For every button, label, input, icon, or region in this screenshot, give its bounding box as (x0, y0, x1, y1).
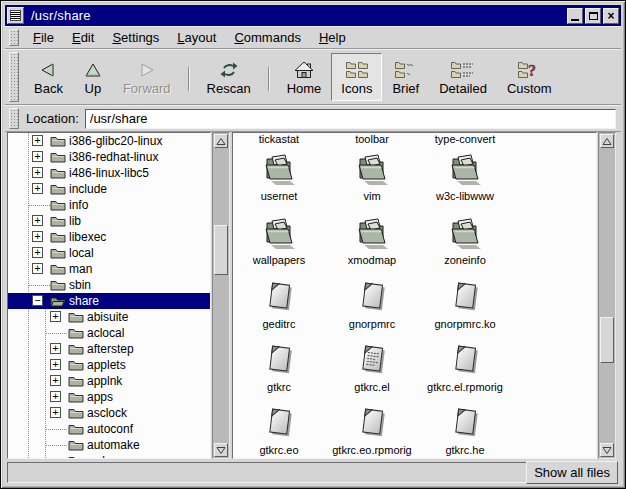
minimize-button[interactable] (567, 8, 583, 24)
file-item-label: type-convert (420, 133, 510, 145)
file-item-gtkrc-eo-rpmorig[interactable]: gtkrc.eo.rpmorig (327, 403, 417, 456)
file-item-gtkrc[interactable]: gtkrc (234, 340, 324, 393)
tree-scrollbar-thumb[interactable] (214, 225, 228, 275)
tree-item-awk[interactable]: awk (8, 453, 210, 459)
tree-expander-plus-icon[interactable]: + (50, 311, 61, 322)
tree-item-autoconf[interactable]: autoconf (8, 421, 210, 437)
tree-item-label: local (69, 246, 94, 260)
view-brief-button[interactable]: Brief (382, 53, 429, 101)
tree-expander-plus-icon[interactable]: + (50, 391, 61, 402)
show-all-files-button[interactable]: Show all files (526, 461, 618, 484)
rescan-button[interactable]: Rescan (197, 53, 261, 101)
tree-item-libexec[interactable]: +libexec (8, 229, 210, 245)
view-detailed-button[interactable]: Detailed (429, 53, 497, 101)
tree-item-label: i486-linux-libc5 (69, 166, 149, 180)
tree-expander-plus-icon[interactable]: + (32, 215, 43, 226)
file-item-toolbar[interactable]: toolbar (327, 133, 417, 145)
tree-item-applnk[interactable]: +applnk (8, 373, 210, 389)
tree-expander-plus-icon[interactable]: + (32, 183, 43, 194)
tree-item-applets[interactable]: +applets (8, 357, 210, 373)
menubar-drag-handle[interactable] (9, 29, 19, 46)
file-item-vim[interactable]: vim (327, 149, 417, 202)
tree-item-asclock[interactable]: +asclock (8, 405, 210, 421)
icon-panel-scrollbar[interactable] (598, 132, 616, 459)
toolbar-drag-handle[interactable] (9, 52, 19, 102)
file-item-gtkrc-eo[interactable]: gtkrc.eo (234, 403, 324, 456)
tree-item-i386-redhat-linux[interactable]: +i386-redhat-linux (8, 149, 210, 165)
tree-item-aclocal[interactable]: aclocal (8, 325, 210, 341)
tree-item-info[interactable]: info (8, 197, 210, 213)
close-button[interactable]: × (603, 8, 619, 24)
tree-item-share[interactable]: −share (8, 293, 210, 309)
menu-file[interactable]: File (24, 27, 63, 48)
tree-item-local[interactable]: +local (8, 245, 210, 261)
back-button[interactable]: Back (24, 53, 73, 101)
folder-closed-icon (68, 406, 84, 419)
file-item-geditrc[interactable]: geditrc (234, 277, 324, 330)
folder-closed-icon (68, 342, 84, 355)
tree-item-sbin[interactable]: sbin (8, 277, 210, 293)
forward-button[interactable]: Forward (113, 53, 181, 101)
tree-expander-plus-icon[interactable]: + (32, 231, 43, 242)
home-button[interactable]: Home (277, 53, 332, 101)
tree-item-automake[interactable]: automake (8, 437, 210, 453)
tree-expander-plus-icon[interactable]: + (32, 263, 43, 274)
tree-item-man[interactable]: +man (8, 261, 210, 277)
tree-item-i486-linux-libc5[interactable]: +i486-linux-libc5 (8, 165, 210, 181)
menu-commands[interactable]: Commands (225, 27, 309, 48)
up-button[interactable]: Up (73, 53, 113, 101)
tree-expander-plus-icon[interactable]: + (32, 247, 43, 258)
tree-item-include[interactable]: +include (8, 181, 210, 197)
file-item-gnorpmrc[interactable]: gnorpmrc (327, 277, 417, 330)
file-item-gnorpmrc-ko[interactable]: gnorpmrc.ko (420, 277, 510, 330)
file-item-type-convert[interactable]: type-convert (420, 133, 510, 145)
tree-expander-minus-icon[interactable]: − (32, 295, 43, 306)
window-menu-button[interactable] (7, 7, 24, 24)
scroll-up-button[interactable] (600, 134, 614, 148)
tree-expander-plus-icon[interactable]: + (50, 343, 61, 354)
scroll-up-button[interactable] (214, 134, 228, 148)
file-item-xmodmap[interactable]: xmodmap (327, 213, 417, 266)
toolbar-separator (188, 67, 190, 91)
tree-expander-plus-icon[interactable]: + (32, 135, 43, 146)
file-item-wallpapers[interactable]: wallpapers (234, 213, 324, 266)
icon-scrollbar-thumb[interactable] (600, 317, 614, 363)
view-icons-button[interactable]: Icons (331, 53, 382, 101)
file-item-label: gtkrc.eo.rpmorig (327, 444, 417, 456)
file-item-tickastat[interactable]: tickastat (234, 133, 324, 145)
maximize-button[interactable] (585, 8, 601, 24)
tree-expander-plus-icon[interactable]: + (50, 375, 61, 386)
file-item-gtkrc-el[interactable]: gtkrc.el (327, 340, 417, 393)
tree-item-apps[interactable]: +apps (8, 389, 210, 405)
tree-scrollbar[interactable] (212, 132, 230, 459)
folder-icon (354, 215, 390, 251)
tree-expander-plus-icon[interactable]: + (32, 167, 43, 178)
scroll-down-button[interactable] (600, 443, 614, 457)
tree-expander-plus-icon[interactable]: + (50, 407, 61, 418)
folder-closed-icon (68, 438, 84, 451)
folder-closed-icon (68, 310, 84, 323)
titlebar[interactable]: /usr/share × (5, 5, 621, 26)
tree-item-label: abisuite (87, 310, 128, 324)
file-item-w3c-libwww[interactable]: w3c-libwww (420, 149, 510, 202)
location-input[interactable] (85, 109, 616, 129)
tree-expander-plus-icon[interactable]: + (50, 359, 61, 370)
folder-closed-icon (50, 166, 66, 179)
file-icon-panel: tickastattoolbartype-convertusernetvimw3… (232, 132, 597, 459)
view-custom-button[interactable]: Custom (497, 53, 562, 101)
location-bar-drag-handle[interactable] (9, 108, 19, 129)
menu-settings[interactable]: Settings (103, 27, 168, 48)
tree-item-lib[interactable]: +lib (8, 213, 210, 229)
menu-help[interactable]: Help (310, 27, 355, 48)
file-item-zoneinfo[interactable]: zoneinfo (420, 213, 510, 266)
tree-item-i386-glibc20-linux[interactable]: +i386-glibc20-linux (8, 133, 210, 149)
file-item-usernet[interactable]: usernet (234, 149, 324, 202)
tree-item-afterstep[interactable]: +afterstep (8, 341, 210, 357)
tree-item-abisuite[interactable]: +abisuite (8, 309, 210, 325)
menu-layout[interactable]: Layout (168, 27, 225, 48)
scroll-down-button[interactable] (214, 443, 228, 457)
file-item-gtkrc-el-rpmorig[interactable]: gtkrc.el.rpmorig (420, 340, 510, 393)
menu-edit[interactable]: Edit (63, 27, 103, 48)
file-item-gtkrc-he[interactable]: gtkrc.he (420, 403, 510, 456)
tree-expander-plus-icon[interactable]: + (32, 151, 43, 162)
